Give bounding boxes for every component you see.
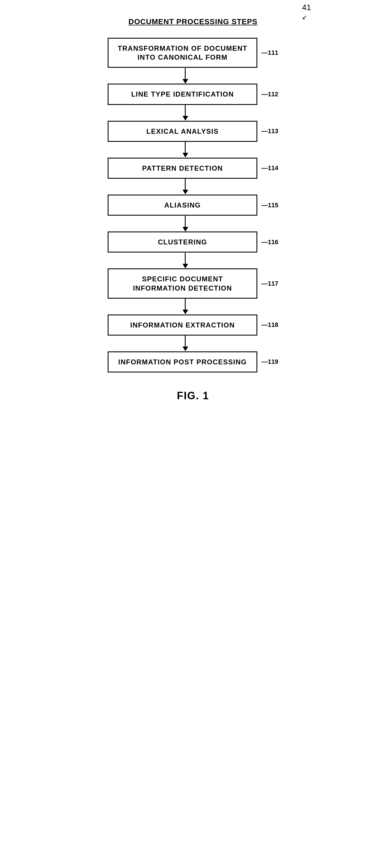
arrow-7 (182, 299, 188, 314)
arrow-head (182, 153, 188, 157)
arrow-head (182, 227, 188, 231)
arrow-line (185, 105, 186, 116)
step-label-118: —118 (261, 321, 278, 329)
step-label-114: —114 (261, 164, 278, 172)
step-box-112: LINE TYPE IDENTIFICATION (108, 84, 257, 105)
step-row-112: LINE TYPE IDENTIFICATION —112 (93, 84, 294, 105)
step-box-111: TRANSFORMATION OF DOCUMENT INTO CANONICA… (108, 38, 257, 68)
flow-wrapper: TRANSFORMATION OF DOCUMENT INTO CANONICA… (93, 38, 294, 372)
step-label-116: —116 (261, 239, 278, 246)
step-row-115: ALIASING —115 (93, 194, 294, 216)
arrow-1 (182, 68, 188, 84)
step-label-117: —117 (261, 280, 278, 287)
arrow-line (185, 336, 186, 346)
step-box-116: CLUSTERING (108, 231, 257, 252)
arrow-head (182, 190, 188, 194)
step-row-117: SPECIFIC DOCUMENT INFORMATION DETECTION … (93, 268, 294, 298)
step-row-111: TRANSFORMATION OF DOCUMENT INTO CANONICA… (93, 38, 294, 68)
figure-number: 41 ↙ (302, 3, 311, 21)
arrow-head (182, 310, 188, 314)
step-box-113: LEXICAL ANALYSIS (108, 121, 257, 142)
step-box-117: SPECIFIC DOCUMENT INFORMATION DETECTION (108, 268, 257, 298)
arrow-line (185, 142, 186, 153)
arrow-2 (182, 105, 188, 121)
arrow-8 (182, 336, 188, 351)
step-label-115: —115 (261, 202, 278, 209)
arrow-3 (182, 142, 188, 158)
arrow-line (185, 179, 186, 190)
arrow-line (185, 68, 186, 79)
arrow-head (182, 264, 188, 268)
step-row-119: INFORMATION POST PROCESSING —119 (93, 351, 294, 372)
step-box-115: ALIASING (108, 194, 257, 216)
step-box-114: PATTERN DETECTION (108, 158, 257, 179)
step-label-112: —112 (261, 91, 278, 98)
step-box-118: INFORMATION EXTRACTION (108, 314, 257, 336)
arrow-line (185, 299, 186, 310)
diagram-container: 41 ↙ DOCUMENT PROCESSING STEPS TRANSFORM… (93, 17, 294, 402)
arrow-5 (182, 216, 188, 231)
step-label-119: —119 (261, 358, 278, 366)
arrow-6 (182, 252, 188, 268)
step-row-114: PATTERN DETECTION —114 (93, 158, 294, 179)
step-box-119: INFORMATION POST PROCESSING (108, 351, 257, 372)
step-label-111: —111 (261, 49, 278, 57)
step-row-116: CLUSTERING —116 (93, 231, 294, 252)
arrow-head (182, 346, 188, 351)
page-title: DOCUMENT PROCESSING STEPS (128, 17, 257, 26)
step-row-118: INFORMATION EXTRACTION —118 (93, 314, 294, 336)
step-label-113: —113 (261, 127, 278, 135)
fig-caption: FIG. 1 (177, 390, 209, 402)
arrow-line (185, 253, 186, 264)
arrow-head (182, 116, 188, 121)
arrow-4 (182, 179, 188, 194)
step-row-113: LEXICAL ANALYSIS —113 (93, 121, 294, 142)
arrow-line (185, 216, 186, 227)
arrow-head (182, 79, 188, 84)
